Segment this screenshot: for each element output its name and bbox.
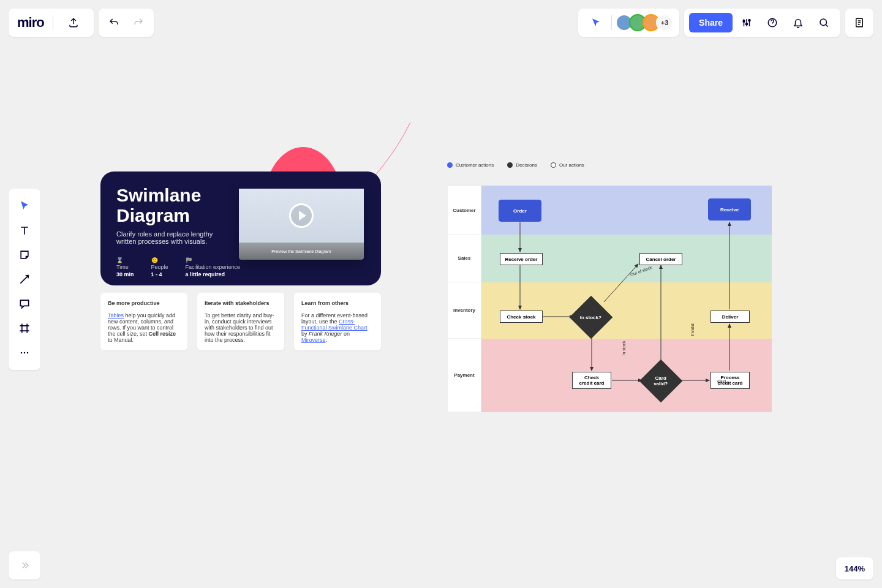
bell-icon[interactable] [786,11,810,34]
info-card-iterate[interactable]: Iterate with stakeholders To get better … [197,293,284,350]
lane-label-sales: Sales [447,235,481,282]
node-deliver[interactable]: Deliver [710,311,750,323]
search-icon[interactable] [812,11,835,34]
more-tools[interactable] [9,341,40,365]
frame-tool[interactable] [9,316,40,341]
swimlane-diagram[interactable]: Customer Order Receive Sales Receive ord… [447,186,772,412]
collaborators-card: +3 [578,9,679,37]
cursor-icon[interactable] [584,11,608,34]
info-card-productive[interactable]: Be more productive Tables help you quick… [100,293,187,350]
redo-icon[interactable] [127,11,150,34]
node-check-cc[interactable]: Check credit card [572,372,611,389]
info-card-body: To get better clarity and buy-in, conduc… [205,312,277,343]
comment-tool[interactable] [9,292,40,316]
edge-label-invalid: Invalid [690,323,695,336]
help-icon[interactable] [761,11,784,34]
select-tool[interactable] [9,194,40,218]
svg-point-17 [24,352,26,354]
hero-meta: ⌛Time30 min 🙂People1 - 4 🏁Facilitation e… [116,257,365,277]
notes-button[interactable] [845,9,873,37]
swimlane-legend: Customer actions Decisions Our actions [447,162,584,168]
share-button[interactable]: Share [689,13,733,32]
tool-palette [9,189,40,370]
svg-point-12 [748,20,750,21]
node-cancel-order[interactable]: Cancel order [639,253,682,265]
logo-card[interactable]: miro [9,9,94,37]
arrow-tool[interactable] [9,267,40,292]
zoom-level[interactable]: 144% [836,557,873,579]
node-card-valid[interactable]: Card valid? [639,360,683,403]
expand-panel-button[interactable] [9,551,40,579]
settings-icon[interactable] [735,11,758,34]
undo-icon[interactable] [102,11,126,34]
sticky-tool[interactable] [9,243,40,267]
export-icon[interactable] [62,11,85,34]
info-card-title: Iterate with stakeholders [205,300,277,306]
node-in-stock[interactable]: In stock? [570,296,613,339]
svg-point-18 [27,352,29,354]
node-order[interactable]: Order [499,200,541,222]
lane-label-customer: Customer [447,186,481,235]
text-tool[interactable] [9,218,40,243]
miro-logo: miro [17,15,44,31]
video-thumbnail[interactable]: Preview the Swimlane Diagram [239,189,364,260]
node-receive-order[interactable]: Receive order [500,253,543,265]
edge-label-valid: Valid [717,379,726,383]
play-icon [289,203,314,228]
svg-point-11 [746,23,748,25]
hero-subtitle: Clarify roles and replace lengthy writte… [116,230,227,245]
more-collaborators[interactable]: +3 [656,14,673,31]
info-card-title: Be more productive [108,300,180,306]
svg-point-16 [21,352,23,354]
avatar-stack[interactable]: +3 [616,14,673,31]
info-card-learn[interactable]: Learn from others For a different event-… [294,293,381,350]
lane-label-inventory: Inventory [447,282,481,339]
edge-label-in-stock: In stock [622,341,626,355]
info-card-body: Tables help you quickly add new content,… [108,312,180,343]
svg-point-10 [743,20,745,22]
node-check-stock[interactable]: Check stock [500,311,543,323]
lane-label-payment: Payment [447,339,481,412]
info-card-title: Learn from others [301,300,374,306]
thumb-caption: Preview the Swimlane Diagram [271,249,331,254]
info-card-body: For a different event-based layout, use … [301,312,374,343]
svg-point-14 [820,19,827,26]
node-receive[interactable]: Receive [708,198,751,221]
